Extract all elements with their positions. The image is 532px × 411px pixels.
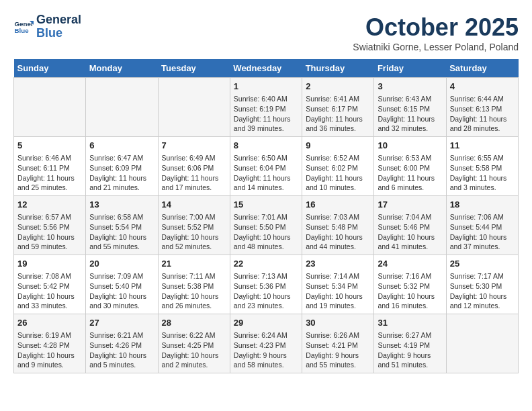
weekday-header-tuesday: Tuesday [158, 59, 230, 78]
cell-content: Sunrise: 7:06 AM Sunset: 5:44 PM Dayligh… [450, 212, 515, 252]
calendar-cell: 3Sunrise: 6:43 AM Sunset: 6:15 PM Daylig… [374, 78, 446, 137]
calendar-cell: 24Sunrise: 7:16 AM Sunset: 5:32 PM Dayli… [374, 255, 446, 314]
weekday-header-friday: Friday [374, 59, 446, 78]
day-number: 5 [17, 140, 82, 152]
calendar-cell [14, 78, 86, 137]
cell-content: Sunrise: 7:01 AM Sunset: 5:50 PM Dayligh… [234, 212, 298, 252]
cell-content: Sunrise: 7:09 AM Sunset: 5:40 PM Dayligh… [89, 271, 154, 311]
day-number: 6 [89, 140, 154, 152]
calendar-cell: 23Sunrise: 7:14 AM Sunset: 5:34 PM Dayli… [302, 255, 374, 314]
cell-content: Sunrise: 6:44 AM Sunset: 6:13 PM Dayligh… [450, 94, 515, 134]
calendar-cell: 6Sunrise: 6:47 AM Sunset: 6:09 PM Daylig… [86, 137, 158, 196]
logo-icon: General Blue [13, 17, 34, 37]
day-number: 22 [234, 258, 298, 270]
week-row-5: 26Sunrise: 6:19 AM Sunset: 4:28 PM Dayli… [14, 314, 519, 373]
day-number: 3 [378, 81, 442, 93]
cell-content: Sunrise: 6:24 AM Sunset: 4:23 PM Dayligh… [234, 330, 298, 370]
day-number: 19 [17, 258, 82, 270]
week-row-3: 12Sunrise: 6:57 AM Sunset: 5:56 PM Dayli… [14, 196, 519, 255]
logo-text: General Blue [36, 13, 81, 40]
calendar-cell: 18Sunrise: 7:06 AM Sunset: 5:44 PM Dayli… [446, 196, 518, 255]
calendar-cell: 30Sunrise: 6:26 AM Sunset: 4:21 PM Dayli… [302, 314, 374, 373]
day-number: 30 [306, 317, 370, 329]
calendar-cell: 5Sunrise: 6:46 AM Sunset: 6:11 PM Daylig… [14, 137, 86, 196]
calendar-cell: 31Sunrise: 6:27 AM Sunset: 4:19 PM Dayli… [374, 314, 446, 373]
month-title: October 2025 [353, 13, 519, 42]
cell-content: Sunrise: 6:19 AM Sunset: 4:28 PM Dayligh… [17, 330, 82, 370]
day-number: 12 [17, 199, 82, 211]
weekday-header-row: SundayMondayTuesdayWednesdayThursdayFrid… [14, 59, 519, 78]
title-section: October 2025 Swiatniki Gorne, Lesser Pol… [353, 13, 519, 52]
calendar-cell: 16Sunrise: 7:03 AM Sunset: 5:48 PM Dayli… [302, 196, 374, 255]
day-number: 2 [306, 81, 370, 93]
calendar-cell: 1Sunrise: 6:40 AM Sunset: 6:19 PM Daylig… [230, 78, 302, 137]
cell-content: Sunrise: 7:04 AM Sunset: 5:46 PM Dayligh… [378, 212, 442, 252]
weekday-header-saturday: Saturday [446, 59, 518, 78]
cell-content: Sunrise: 6:50 AM Sunset: 6:04 PM Dayligh… [234, 153, 298, 193]
day-number: 31 [378, 317, 442, 329]
calendar-cell: 27Sunrise: 6:21 AM Sunset: 4:26 PM Dayli… [86, 314, 158, 373]
day-number: 7 [162, 140, 226, 152]
cell-content: Sunrise: 7:16 AM Sunset: 5:32 PM Dayligh… [378, 271, 442, 311]
day-number: 29 [234, 317, 298, 329]
cell-content: Sunrise: 6:43 AM Sunset: 6:15 PM Dayligh… [378, 94, 442, 134]
cell-content: Sunrise: 7:03 AM Sunset: 5:48 PM Dayligh… [306, 212, 370, 252]
day-number: 24 [378, 258, 442, 270]
day-number: 25 [450, 258, 515, 270]
cell-content: Sunrise: 6:58 AM Sunset: 5:54 PM Dayligh… [89, 212, 154, 252]
calendar-cell: 12Sunrise: 6:57 AM Sunset: 5:56 PM Dayli… [14, 196, 86, 255]
calendar-cell: 14Sunrise: 7:00 AM Sunset: 5:52 PM Dayli… [158, 196, 230, 255]
cell-content: Sunrise: 6:26 AM Sunset: 4:21 PM Dayligh… [306, 330, 370, 370]
cell-content: Sunrise: 6:55 AM Sunset: 5:58 PM Dayligh… [450, 153, 515, 193]
cell-content: Sunrise: 7:13 AM Sunset: 5:36 PM Dayligh… [234, 271, 298, 311]
day-number: 8 [234, 140, 298, 152]
calendar-cell: 11Sunrise: 6:55 AM Sunset: 5:58 PM Dayli… [446, 137, 518, 196]
week-row-1: 1Sunrise: 6:40 AM Sunset: 6:19 PM Daylig… [14, 78, 519, 137]
logo: General Blue General Blue [13, 13, 81, 40]
day-number: 1 [234, 81, 298, 93]
cell-content: Sunrise: 6:49 AM Sunset: 6:06 PM Dayligh… [162, 153, 226, 193]
calendar-cell [86, 78, 158, 137]
calendar-cell: 20Sunrise: 7:09 AM Sunset: 5:40 PM Dayli… [86, 255, 158, 314]
cell-content: Sunrise: 6:46 AM Sunset: 6:11 PM Dayligh… [17, 153, 82, 193]
cell-content: Sunrise: 7:11 AM Sunset: 5:38 PM Dayligh… [162, 271, 226, 311]
calendar-cell: 7Sunrise: 6:49 AM Sunset: 6:06 PM Daylig… [158, 137, 230, 196]
day-number: 13 [89, 199, 154, 211]
day-number: 16 [306, 199, 370, 211]
calendar-cell: 2Sunrise: 6:41 AM Sunset: 6:17 PM Daylig… [302, 78, 374, 137]
cell-content: Sunrise: 7:00 AM Sunset: 5:52 PM Dayligh… [162, 212, 226, 252]
calendar-cell: 4Sunrise: 6:44 AM Sunset: 6:13 PM Daylig… [446, 78, 518, 137]
day-number: 26 [17, 317, 82, 329]
calendar-table: SundayMondayTuesdayWednesdayThursdayFrid… [13, 59, 519, 373]
cell-content: Sunrise: 6:40 AM Sunset: 6:19 PM Dayligh… [234, 94, 298, 134]
calendar-cell: 15Sunrise: 7:01 AM Sunset: 5:50 PM Dayli… [230, 196, 302, 255]
day-number: 28 [162, 317, 226, 329]
calendar-cell: 22Sunrise: 7:13 AM Sunset: 5:36 PM Dayli… [230, 255, 302, 314]
calendar-cell: 26Sunrise: 6:19 AM Sunset: 4:28 PM Dayli… [14, 314, 86, 373]
cell-content: Sunrise: 6:27 AM Sunset: 4:19 PM Dayligh… [378, 330, 442, 370]
cell-content: Sunrise: 6:22 AM Sunset: 4:25 PM Dayligh… [162, 330, 226, 370]
week-row-2: 5Sunrise: 6:46 AM Sunset: 6:11 PM Daylig… [14, 137, 519, 196]
day-number: 18 [450, 199, 515, 211]
cell-content: Sunrise: 6:41 AM Sunset: 6:17 PM Dayligh… [306, 94, 370, 134]
calendar-cell [446, 314, 518, 373]
calendar-cell: 8Sunrise: 6:50 AM Sunset: 6:04 PM Daylig… [230, 137, 302, 196]
day-number: 21 [162, 258, 226, 270]
weekday-header-sunday: Sunday [14, 59, 86, 78]
week-row-4: 19Sunrise: 7:08 AM Sunset: 5:42 PM Dayli… [14, 255, 519, 314]
location: Swiatniki Gorne, Lesser Poland, Poland [353, 42, 519, 52]
day-number: 27 [89, 317, 154, 329]
day-number: 14 [162, 199, 226, 211]
weekday-header-wednesday: Wednesday [230, 59, 302, 78]
calendar-cell [158, 78, 230, 137]
day-number: 10 [378, 140, 442, 152]
day-number: 15 [234, 199, 298, 211]
cell-content: Sunrise: 6:53 AM Sunset: 6:00 PM Dayligh… [378, 153, 442, 193]
cell-content: Sunrise: 7:08 AM Sunset: 5:42 PM Dayligh… [17, 271, 82, 311]
weekday-header-thursday: Thursday [302, 59, 374, 78]
calendar-cell: 9Sunrise: 6:52 AM Sunset: 6:02 PM Daylig… [302, 137, 374, 196]
day-number: 17 [378, 199, 442, 211]
calendar-cell: 17Sunrise: 7:04 AM Sunset: 5:46 PM Dayli… [374, 196, 446, 255]
day-number: 11 [450, 140, 515, 152]
cell-content: Sunrise: 6:57 AM Sunset: 5:56 PM Dayligh… [17, 212, 82, 252]
